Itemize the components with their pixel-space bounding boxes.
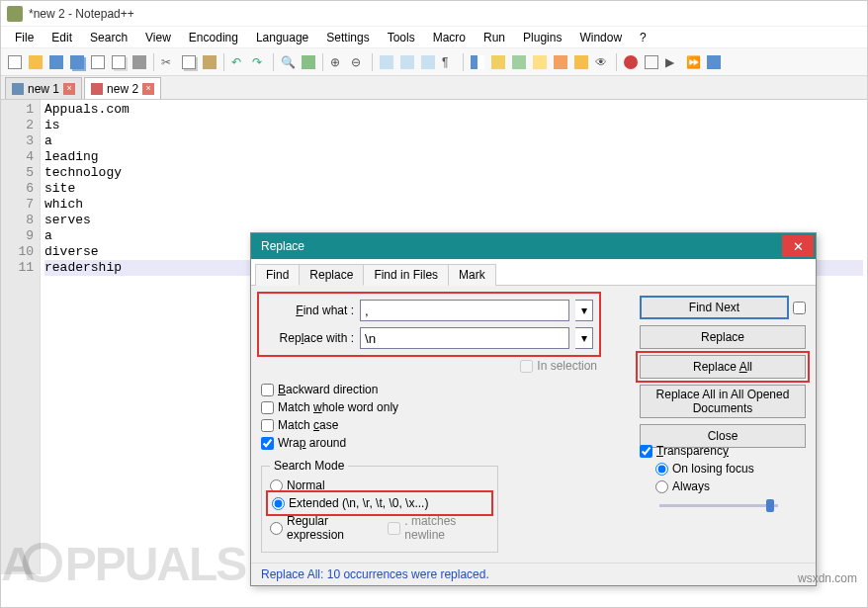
cut-button[interactable]: ✂	[158, 52, 178, 72]
menu-run[interactable]: Run	[476, 29, 513, 46]
menu-plugins[interactable]: Plugins	[515, 29, 569, 46]
watermark-text: PPUALS	[65, 537, 246, 591]
search-icon: 🔍	[281, 55, 295, 69]
save-all-button[interactable]	[67, 52, 87, 72]
zoom-out-button[interactable]: ⊖	[348, 52, 368, 72]
new-file-button[interactable]	[5, 52, 25, 72]
open-file-button[interactable]	[26, 52, 45, 72]
show-all-chars-button[interactable]: ¶	[439, 52, 459, 72]
doc-list-icon	[533, 55, 547, 69]
match-case-label: Match case	[278, 418, 338, 432]
indent-guide-button[interactable]	[468, 52, 487, 72]
separator	[273, 53, 274, 71]
menu-edit[interactable]: Edit	[43, 29, 80, 46]
mode-extended-radio[interactable]	[272, 497, 285, 510]
play-button[interactable]: ▶	[662, 52, 682, 72]
dialog-close-button[interactable]: ✕	[782, 235, 814, 257]
wrap-checkbox[interactable]	[261, 437, 274, 450]
save-macro-icon	[707, 55, 721, 69]
menu-window[interactable]: Window	[571, 29, 630, 46]
monitoring-button[interactable]: 👁	[592, 52, 612, 72]
line-number: 8	[3, 213, 34, 228]
find-history-dropdown[interactable]: ▾	[575, 300, 593, 321]
func-list-button[interactable]	[551, 52, 570, 72]
find-what-row: Find what : ▾	[265, 300, 593, 321]
menu-language[interactable]: Language	[248, 29, 316, 46]
find-button[interactable]: 🔍	[278, 52, 298, 72]
wrap-label: Wrap around	[278, 436, 346, 450]
menu-view[interactable]: View	[137, 29, 179, 46]
menu-file[interactable]: File	[7, 29, 42, 46]
slider-thumb[interactable]	[766, 499, 774, 512]
wrap-button[interactable]	[418, 52, 438, 72]
replace-button[interactable]: Replace	[640, 325, 806, 349]
copy-button[interactable]	[179, 52, 199, 72]
tab-find[interactable]: Find	[255, 264, 300, 286]
close-tab-button[interactable]: ×	[63, 83, 75, 95]
doc-list-button[interactable]	[530, 52, 550, 72]
replace-with-input[interactable]	[360, 327, 569, 349]
menu-tools[interactable]: Tools	[380, 29, 423, 46]
close-all-button[interactable]	[109, 52, 129, 72]
doctab-new1[interactable]: new 1 ×	[5, 77, 82, 99]
in-selection-row: In selection	[520, 359, 597, 373]
whole-word-checkbox[interactable]	[261, 401, 274, 414]
user-lang-button[interactable]	[488, 52, 508, 72]
doc-map-button[interactable]	[509, 52, 529, 72]
transparency-checkbox[interactable]	[640, 445, 652, 458]
eye-icon: 👁	[595, 55, 609, 69]
save-button[interactable]	[46, 52, 66, 72]
stop-button[interactable]	[642, 52, 661, 72]
mode-regex-radio[interactable]	[270, 522, 283, 535]
tab-replace[interactable]: Replace	[299, 264, 364, 286]
replace-button[interactable]	[299, 52, 318, 72]
tab-find-in-files[interactable]: Find in Files	[363, 264, 449, 286]
find-next-direction-checkbox[interactable]	[793, 302, 806, 314]
backward-checkbox[interactable]	[261, 384, 274, 396]
paste-button[interactable]	[200, 52, 219, 72]
sync-v-button[interactable]	[377, 52, 396, 72]
find-next-button[interactable]: Find Next	[640, 296, 789, 319]
replace-history-dropdown[interactable]: ▾	[575, 327, 593, 349]
separator	[223, 53, 224, 71]
replace-dialog: Replace ✕ Find Replace Find in Files Mar…	[250, 232, 817, 586]
dotall-checkbox[interactable]	[388, 522, 400, 535]
zoom-in-button[interactable]: ⊕	[327, 52, 347, 72]
folder-workspace-button[interactable]	[571, 52, 591, 72]
print-button[interactable]	[130, 52, 149, 72]
replace-all-docs-button[interactable]: Replace All in All Opened Documents	[640, 385, 806, 418]
always-radio[interactable]	[655, 480, 668, 493]
dialog-tabs: Find Replace Find in Files Mark	[251, 259, 816, 286]
menu-search[interactable]: Search	[82, 29, 135, 46]
match-case-checkbox[interactable]	[261, 419, 274, 432]
dialog-titlebar[interactable]: Replace ✕	[251, 233, 816, 259]
save-all-icon	[70, 55, 84, 69]
sync-h-button[interactable]	[397, 52, 417, 72]
on-losing-focus-radio[interactable]	[655, 463, 668, 476]
menu-settings[interactable]: Settings	[318, 29, 377, 46]
save-macro-button[interactable]	[704, 52, 724, 72]
close-file-button[interactable]	[88, 52, 108, 72]
redo-button[interactable]: ↷	[249, 52, 269, 72]
folder-icon	[574, 55, 588, 69]
doctab-new2[interactable]: new 2 ×	[84, 77, 161, 99]
in-selection-checkbox[interactable]	[520, 360, 533, 373]
replace-all-button[interactable]: Replace All	[640, 355, 806, 379]
chevron-down-icon: ▾	[581, 304, 587, 317]
mode-normal-radio[interactable]	[270, 479, 283, 492]
close-tab-button[interactable]: ×	[142, 83, 154, 95]
menu-help[interactable]: ?	[632, 29, 654, 46]
tab-mark[interactable]: Mark	[448, 264, 496, 286]
record-icon	[624, 55, 638, 69]
menu-macro[interactable]: Macro	[425, 29, 474, 46]
separator	[322, 53, 323, 71]
line-number: 5	[3, 165, 34, 181]
menu-encoding[interactable]: Encoding	[181, 29, 246, 46]
find-what-input[interactable]	[360, 300, 569, 321]
line-number: 3	[3, 133, 34, 149]
attribution: wsxdn.com	[798, 571, 857, 585]
transparency-slider[interactable]	[659, 497, 778, 513]
play-multi-button[interactable]: ⏩	[683, 52, 703, 72]
undo-button[interactable]: ↶	[228, 52, 248, 72]
record-button[interactable]	[621, 52, 641, 72]
